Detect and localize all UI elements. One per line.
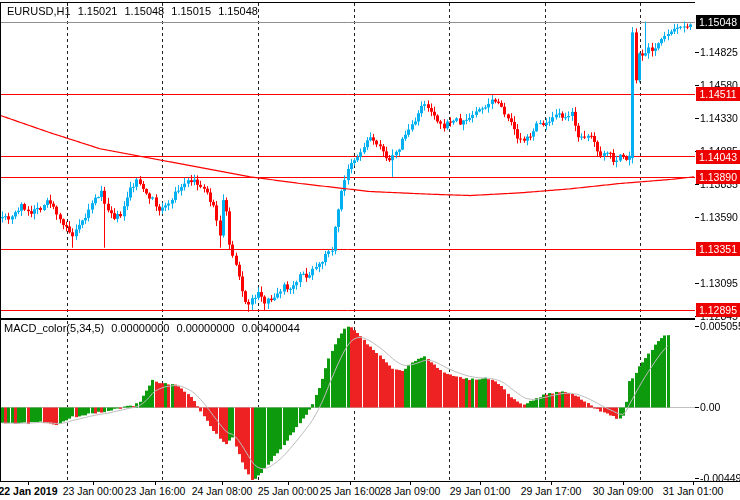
price-axis-tick-mark [695, 52, 699, 53]
price-axis-tick-mark [695, 326, 699, 327]
indicator-header: MACD_color(5,34,5) 0.00000000 0.00000000… [4, 322, 304, 334]
price-tick-label: 0.00 [700, 401, 720, 413]
price-level-badge: 1.12895 [696, 303, 740, 317]
ohlc-low: 1.15015 [171, 5, 211, 17]
time-axis-label: 29 Jan 01:00 [450, 485, 511, 497]
indicator-value-signal: 0.00000000 [177, 322, 235, 334]
top-border [0, 2, 740, 3]
price-tick-label: 1.14330 [700, 112, 738, 124]
time-axis[interactable]: 22 Jan 201923 Jan 00:0023 Jan 16:0024 Ja… [0, 482, 740, 500]
ohlc-high: 1.15048 [124, 5, 164, 17]
time-axis-label: 30 Jan 09:00 [593, 485, 654, 497]
price-tick-label: 1.13590 [700, 211, 738, 223]
price-axis-tick-mark [695, 478, 699, 479]
chart-window: EURUSD,H1 1.15021 1.15048 1.15015 1.1504… [0, 0, 740, 500]
symbol-timeframe-label: EURUSD,H1 [7, 5, 71, 17]
time-axis-label: 23 Jan 16:00 [125, 485, 186, 497]
price-level-badge: 1.13890 [696, 170, 740, 184]
price-level-badge: 1.13351 [696, 242, 740, 256]
price-tick-label: 1.13095 [700, 277, 738, 289]
price-axis-tick-mark [695, 85, 699, 86]
time-axis-label: 28 Jan 09:00 [380, 485, 441, 497]
price-axis-tick-mark [695, 283, 699, 284]
time-axis-label: 25 Jan 00:00 [258, 485, 319, 497]
price-tick-label: 0.0050553 [700, 320, 740, 332]
price-level-badge: 1.14043 [696, 150, 740, 164]
price-axis-tick-mark [695, 407, 699, 408]
indicator-name-label: MACD_color(5,34,5) [4, 322, 104, 334]
price-axis-tick-mark [695, 184, 699, 185]
time-axis-label: 24 Jan 08:00 [192, 485, 253, 497]
pane-splitter[interactable] [0, 318, 740, 320]
time-axis-label: 31 Jan 01:00 [663, 485, 724, 497]
price-tick-label: 1.14825 [700, 46, 738, 58]
time-axis-label: 22 Jan 2019 [0, 485, 57, 497]
time-axis-label: 25 Jan 16:00 [320, 485, 381, 497]
ohlc-open: 1.15021 [78, 5, 118, 17]
current-price-badge: 1.15048 [696, 15, 740, 29]
price-and-macd-chart-canvas[interactable] [0, 0, 695, 481]
left-border [0, 2, 1, 481]
chart-header: EURUSD,H1 1.15021 1.15048 1.15015 1.1504… [7, 5, 262, 17]
ohlc-close: 1.15048 [218, 5, 258, 17]
indicator-value-histogram: 0.00400044 [242, 322, 300, 334]
price-axis-tick-mark [695, 118, 699, 119]
time-axis-label: 23 Jan 00:00 [63, 485, 124, 497]
indicator-value-macd: 0.00000000 [111, 322, 169, 334]
time-axis-label: 29 Jan 17:00 [521, 485, 582, 497]
price-level-badge: 1.14511 [696, 87, 740, 101]
price-axis-tick-mark [695, 217, 699, 218]
price-axis[interactable]: 1.148251.145801.143301.140851.138351.135… [695, 0, 740, 481]
